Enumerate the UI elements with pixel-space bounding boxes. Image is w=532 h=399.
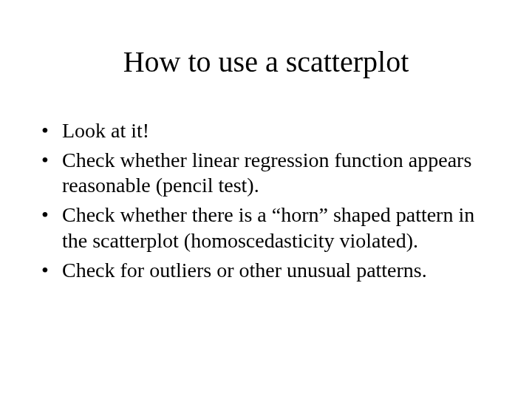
list-item: Check whether there is a “horn” shaped p…: [40, 202, 492, 253]
slide-title: How to use a scatterplot: [0, 44, 532, 79]
slide-body: Look at it! Check whether linear regress…: [40, 118, 492, 287]
bullet-list: Look at it! Check whether linear regress…: [40, 118, 492, 283]
list-item: Check for outliers or other unusual patt…: [40, 258, 492, 283]
list-item: Check whether linear regression function…: [40, 148, 492, 198]
slide: How to use a scatterplot Look at it! Che…: [0, 0, 532, 399]
list-item: Look at it!: [40, 118, 492, 143]
